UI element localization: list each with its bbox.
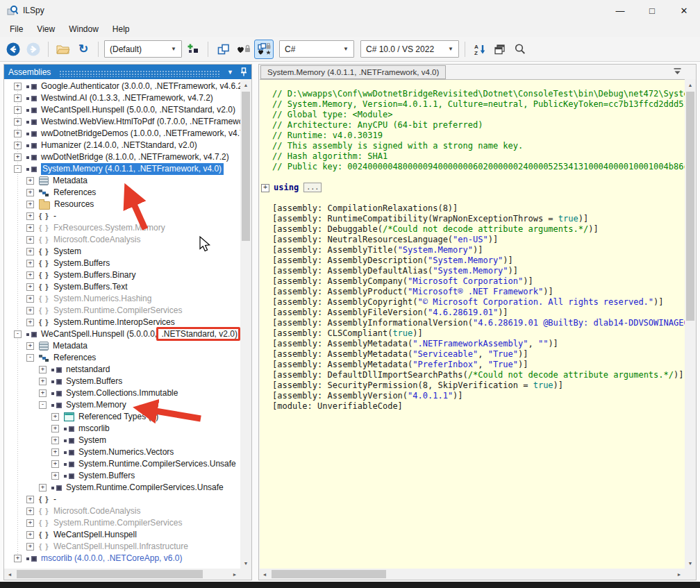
tree-item[interactable]: -References [4,352,240,364]
expander-icon[interactable]: + [26,496,34,503]
expander-icon[interactable]: + [26,507,34,515]
compiler-version-combo[interactable]: C# 10.0 / VS 2022 ▼ [360,40,459,58]
assemblies-panel-header[interactable]: Assemblies ▼ [4,65,251,79]
scroll-up-icon[interactable]: ▲ [685,79,696,90]
sort-assemblies-button[interactable]: AZ [471,40,489,58]
code-vertical-scrollbar[interactable]: ▲ ▼ [685,79,696,569]
tree-item[interactable]: +{ }- [4,210,240,222]
tree-item[interactable]: +Humanizer (2.14.0.0, .NETStandard, v2.0… [4,140,240,151]
scroll-right-icon[interactable]: ► [674,569,685,580]
expander-icon[interactable]: + [14,555,22,562]
expander-icon[interactable]: + [26,531,34,539]
expander-icon[interactable]: + [14,118,22,126]
expander-icon[interactable]: + [51,448,59,456]
expander-icon[interactable]: + [26,519,34,527]
expander-icon[interactable]: + [51,472,59,480]
expander-icon[interactable]: + [14,83,22,90]
expander-icon[interactable]: + [51,413,59,421]
scroll-right-icon[interactable]: ► [229,569,240,580]
tree-item[interactable]: +wwDotnetBridgeDemos (1.0.0.0, .NETFrame… [4,128,240,140]
expander-icon[interactable]: + [51,460,59,468]
tree-item[interactable]: +System.Collections.Immutable [4,387,240,399]
expander-icon[interactable]: + [26,224,34,232]
tree-item[interactable]: +{ }System.Buffers.Text [4,281,240,293]
scrollbar-thumb[interactable] [242,92,250,241]
scroll-up-icon[interactable]: ▲ [240,79,251,90]
expander-icon[interactable]: + [14,94,22,102]
expander-icon[interactable]: + [39,366,47,373]
tree-item[interactable]: +{ }System.Runtime.CompilerServices [4,517,240,529]
menu-view[interactable]: View [30,22,62,36]
tree-item[interactable]: +System.Buffers [4,376,240,387]
tree-item[interactable]: +System.Numerics.Vectors [4,446,240,458]
expander-icon[interactable]: + [39,389,47,397]
scrollbar-thumb[interactable] [686,92,694,321]
visibility-filter-button[interactable] [254,40,274,59]
expander-icon[interactable]: + [26,260,34,267]
tree-item[interactable]: -System.Memory (4.0.1.1, .NETFramework, … [4,163,240,175]
add-assembly-button[interactable] [184,40,202,58]
expander-icon[interactable]: + [26,295,34,303]
assemblies-horizontal-scrollbar[interactable]: ◄ ► [4,569,240,580]
tree-item[interactable]: +System.Runtime.CompilerServices.Unsafe [4,458,240,470]
show-public-only-button[interactable] [234,40,252,58]
expander-icon[interactable]: - [14,330,22,338]
scroll-left-icon[interactable]: ◄ [259,569,270,580]
tree-item[interactable]: +WeCantSpell.Hunspell (5.0.0.0, .NETStan… [4,104,240,116]
expander-icon[interactable]: + [14,130,22,137]
assembly-list-combo[interactable]: (Default) ▼ [104,40,182,58]
expander-icon[interactable]: + [26,319,34,326]
tree-item[interactable]: +System.Buffers [4,470,240,482]
pin-icon[interactable] [240,67,247,76]
expander-icon[interactable]: - [26,354,34,362]
tree-item[interactable]: +mscorlib (4.0.0.0, .NETCoreApp, v6.0) [4,553,240,564]
tree-item[interactable]: +{ }System.Numerics.Hashing [4,293,240,305]
tree-item[interactable]: +{ }System.Buffers.Binary [4,269,240,281]
tree-item[interactable]: +wwDotNetBridge (8.1.0.0, .NETFramework,… [4,151,240,163]
expander-icon[interactable]: + [51,425,59,432]
expander-icon[interactable]: + [26,236,34,244]
panel-menu-chevron-icon[interactable]: ▼ [227,69,233,76]
menu-help[interactable]: Help [106,22,137,36]
tree-item[interactable]: +{ }Microsoft.CodeAnalysis [4,234,240,246]
fold-toggle-icon[interactable]: + [261,184,269,192]
expander-icon[interactable]: + [26,271,34,279]
expander-icon[interactable]: + [14,106,22,114]
expander-icon[interactable]: + [26,342,34,350]
scroll-left-icon[interactable]: ◄ [4,569,15,580]
open-file-button[interactable] [54,40,72,58]
expander-icon[interactable]: + [51,437,59,444]
tree-item[interactable]: +{ }System.Runtime.CompilerServices [4,305,240,317]
expander-icon[interactable]: + [26,543,34,551]
menu-file[interactable]: File [3,22,30,36]
minimize-button[interactable]: — [604,0,636,21]
tree-item[interactable]: -System.Memory [4,399,240,411]
tree-item[interactable]: +{ }System [4,246,240,258]
expander-icon[interactable]: + [14,142,22,149]
forward-button[interactable] [24,40,42,58]
menu-window[interactable]: Window [62,22,106,36]
tree-item[interactable]: +{ }System.Buffers [4,258,240,269]
expander-icon[interactable]: + [26,212,34,220]
tree-item[interactable]: +{ }WeCantSpell.Hunspell.Infrastructure [4,541,240,553]
tree-item[interactable]: +{ }WeCantSpell.Hunspell [4,529,240,541]
search-button[interactable] [511,40,529,58]
expander-icon[interactable]: + [26,283,34,291]
scroll-down-icon[interactable]: ▼ [685,557,696,569]
collapsed-region-box[interactable]: ... [303,183,322,192]
close-button[interactable]: ✕ [668,0,700,21]
tree-item[interactable]: +{ }Microsoft.CodeAnalysis [4,505,240,517]
tree-item[interactable]: +System [4,435,240,446]
scroll-down-icon[interactable]: ▼ [240,557,251,569]
scrollbar-thumb[interactable] [272,570,386,578]
expander-icon[interactable]: + [39,484,47,492]
back-button[interactable] [4,40,22,58]
tree-item[interactable]: +Westwind.WebView.HtmlToPdf (0.7.0.0, .N… [4,116,240,128]
expander-icon[interactable]: - [14,165,22,173]
code-view[interactable]: // D:\wwapps\Conf\wwDotnetBridgeRevisite… [260,79,685,569]
expander-icon[interactable]: + [26,201,34,208]
expander-icon[interactable]: + [14,153,22,161]
scrollbar-thumb[interactable] [17,570,203,578]
tree-item[interactable]: +Google.Authenticator (3.0.0.0, .NETFram… [4,81,240,92]
tree-item[interactable]: +Westwind.AI (0.1.3.3, .NETFramework, v4… [4,92,240,104]
